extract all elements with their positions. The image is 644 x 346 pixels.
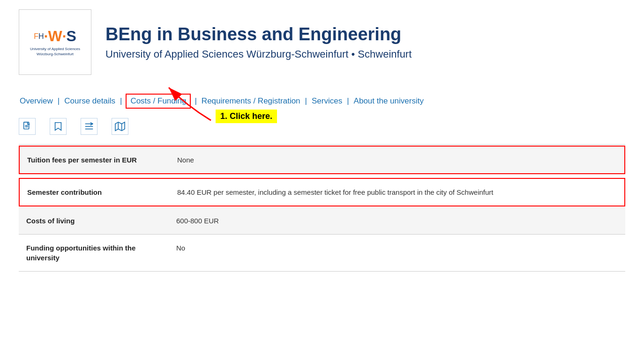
nav-sep-5: | (347, 96, 349, 106)
icon-bookmark[interactable] (50, 118, 67, 135)
header: F H · W · S University of Applied Scienc… (19, 9, 625, 80)
icon-compare[interactable] (81, 118, 97, 135)
table-row: Semester contribution 84.40 EUR per seme… (19, 178, 625, 206)
table-row: Tuition fees per semester in EUR None (19, 146, 625, 174)
logo-subtitle: University of Applied Sciences Würzburg-… (24, 47, 86, 57)
logo: F H · W · S University of Applied Scienc… (19, 9, 91, 75)
nav-course-details[interactable]: Course details (63, 95, 116, 108)
header-text: BEng in Business and Engineering Univers… (105, 24, 412, 60)
nav-sep-2: | (120, 96, 122, 106)
logo-dot: · (44, 28, 48, 45)
svg-marker-8 (115, 122, 125, 131)
icon-map[interactable] (112, 118, 128, 135)
nav-bar: Overview | Course details | Costs / Fund… (19, 94, 625, 109)
nav-sep-4: | (305, 96, 307, 106)
col-value-funding: No (169, 235, 625, 271)
table-section: Tuition fees per semester in EUR None Se… (19, 146, 625, 272)
nav-sep-1: | (58, 96, 60, 106)
col-label-tuition: Tuition fees per semester in EUR (20, 147, 170, 173)
divider (19, 144, 625, 145)
logo-dot2: · (62, 28, 67, 45)
col-label-semester: Semester contribution (20, 179, 170, 206)
icon-pdf[interactable] (19, 118, 36, 135)
table-row: Funding opportunities within the univers… (19, 235, 625, 272)
nav-about[interactable]: About the university (353, 95, 425, 108)
table-row: Costs of living 600-800 EUR (19, 207, 625, 235)
icons-row: 1. Click here. (19, 118, 625, 135)
page-title: BEng in Business and Engineering (105, 24, 412, 44)
annotation-arrow: 1. Click here. (150, 83, 244, 125)
col-value-tuition: None (170, 147, 624, 173)
logo-h: H (38, 32, 44, 41)
nav-services[interactable]: Services (311, 95, 343, 108)
col-label-living: Costs of living (19, 207, 169, 234)
nav-overview[interactable]: Overview (19, 95, 54, 108)
col-label-funding: Funding opportunities within the univers… (19, 235, 169, 271)
col-value-semester: 84.40 EUR per semester, including a seme… (170, 179, 624, 206)
col-value-living: 600-800 EUR (169, 207, 625, 234)
page-wrapper: F H · W · S University of Applied Scienc… (0, 0, 644, 346)
logo-s: S (66, 28, 76, 45)
page-subtitle: University of Applied Sciences Würzburg-… (105, 48, 412, 60)
logo-w: W (48, 28, 62, 45)
click-here-label: 1. Click here. (216, 110, 277, 123)
logo-f: F (34, 32, 38, 41)
